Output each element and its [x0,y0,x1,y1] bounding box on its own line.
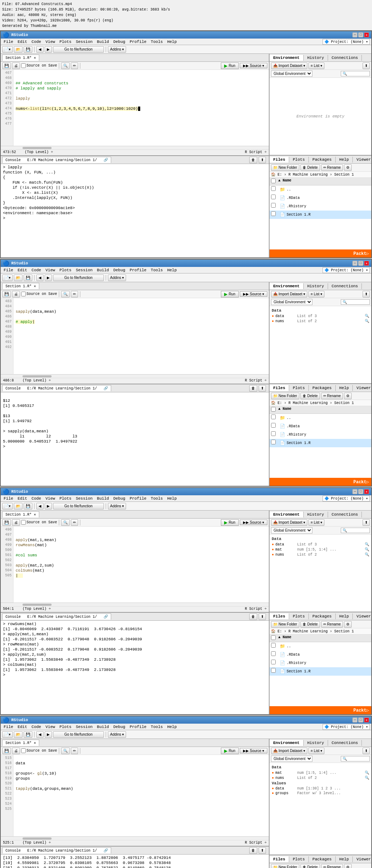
maximize-btn-1[interactable]: □ [358,32,363,37]
rename-btn-4[interactable]: ✏ Rename [321,864,343,868]
menu-debug-2[interactable]: Debug [112,268,127,272]
print-btn-1[interactable]: 🖨 [12,63,20,69]
edit-btn-3[interactable]: ✏ [71,519,78,526]
delete-btn-2[interactable]: 🗑 Delete [300,393,320,399]
close-btn-3[interactable]: ✕ [364,489,369,494]
tab-environment-4[interactable]: Environment [270,740,304,746]
menu-help-2[interactable]: Help [166,268,178,272]
console-expand-btn-4[interactable]: ⬆ [259,847,266,854]
file-row-section1r-1[interactable]: 📄 Section 1.R [270,211,371,219]
menu-edit-3[interactable]: Edit [16,496,28,501]
rename-btn-1[interactable]: ✏ Rename [321,164,343,171]
tab-help-2[interactable]: Help [336,385,353,391]
menu-profile-3[interactable]: Profile [128,496,148,501]
editor-tab-2[interactable]: Section 1.R* ✕ [2,283,39,289]
close-btn-4[interactable]: ✕ [364,717,369,723]
new-file-btn-2[interactable]: 📄▾ [2,275,13,281]
edit-btn-2[interactable]: ✏ [71,291,78,297]
menu-debug-4[interactable]: Debug [112,725,127,729]
print-btn-3[interactable]: 🖨 [12,519,20,526]
tab-packages-2[interactable]: Packages [309,385,336,391]
menu-help-3[interactable]: Help [166,496,178,501]
delete-btn-1[interactable]: 🗑 Delete [300,164,320,171]
file-row-rdata-2[interactable]: 📄.RData [270,422,371,431]
tab-viewer-2[interactable]: Viewer [353,385,372,391]
addins-btn-3[interactable]: Addins ▾ [108,503,126,509]
global-env-select-3[interactable]: Global Environment [271,527,312,533]
menu-edit-2[interactable]: Edit [16,268,28,272]
menu-session-4[interactable]: Session [74,725,94,729]
source-btn-4[interactable]: ▶▶ Source ▾ [240,748,267,753]
tab-history-1[interactable]: History [304,55,328,61]
global-env-select-1[interactable]: Global Environment [271,71,312,77]
files-gear-btn-1[interactable]: ⚙ [344,164,352,171]
menu-profile-1[interactable]: Profile [128,40,148,44]
tab-connections-2[interactable]: Connections [328,283,362,289]
env-search-3[interactable] [341,528,370,533]
delete-btn-4[interactable]: 🗑 Delete [300,864,320,868]
menu-tools-2[interactable]: Tools [149,268,164,272]
file-row-rhistory-3[interactable]: 📄.Rhistory [270,659,371,667]
console-tab-1[interactable]: Console E:/R Machine Learning/Section 1/… [2,157,111,163]
menu-plots-3[interactable]: Plots [58,496,73,501]
tab-packages-1[interactable]: Packages [309,157,336,163]
source-on-save-4[interactable]: Source on Save [21,748,57,753]
back-btn-2[interactable]: ◀ [36,275,44,281]
save-file-btn-1[interactable]: 💾 [2,63,11,69]
tab-help-4[interactable]: Help [336,856,353,862]
save-btn-3[interactable]: 💾 [24,503,32,509]
print-btn-4[interactable]: 🖨 [12,748,20,754]
tab-files-1[interactable]: Files [270,157,289,163]
console-tab-2[interactable]: Console E:/R Machine Learning/Section 1/… [2,385,111,391]
menu-file-3[interactable]: File [2,496,15,501]
tab-files-4[interactable]: Files [270,856,289,862]
menu-view-4[interactable]: View [44,725,56,729]
source-on-save-1[interactable]: Source on Save [21,63,57,68]
files-gear-btn-3[interactable]: ⚙ [344,621,352,628]
save-btn-4[interactable]: 💾 [24,731,32,738]
run-btn-3[interactable]: ▶ Run [221,519,238,526]
go-to-file-btn-4[interactable]: Go to file/function [53,731,104,738]
tab-files-3[interactable]: Files [270,613,289,619]
new-folder-btn-2[interactable]: 📁 New Folder [271,393,299,399]
tab-connections-1[interactable]: Connections [328,55,362,61]
menu-file-2[interactable]: File [2,268,15,272]
global-env-select-2[interactable]: Global Environment [271,299,312,305]
tab-plots-2[interactable]: Plots [289,385,309,391]
new-file-btn-1[interactable]: 📄▾ [2,46,13,53]
menu-plots-1[interactable]: Plots [58,40,73,44]
addins-btn-4[interactable]: Addins ▾ [108,731,126,738]
maximize-btn-2[interactable]: □ [358,261,363,266]
run-btn-2[interactable]: ▶ Run [221,291,238,297]
close-btn-2[interactable]: ✕ [364,261,369,266]
menu-help-1[interactable]: Help [166,40,178,44]
run-btn-1[interactable]: ▶ Run [221,63,238,69]
menu-build-1[interactable]: Build [96,40,110,44]
menu-code-2[interactable]: Code [30,268,43,272]
source-on-save-2[interactable]: Source on Save [21,292,57,296]
import-dataset-btn-4[interactable]: 📥 Import Dataset ▾ [271,748,307,754]
go-to-file-btn-1[interactable]: Go to file/function [53,46,104,53]
global-env-select-4[interactable]: Global Environment [271,756,312,762]
menu-session-1[interactable]: Session [74,40,94,44]
minimize-btn-4[interactable]: ─ [352,717,357,723]
minimize-btn-2[interactable]: ─ [352,261,357,266]
env-expand-btn-2[interactable]: ⬆ [363,291,370,297]
menu-plots-4[interactable]: Plots [58,725,73,729]
minimize-btn-3[interactable]: ─ [352,489,357,494]
tab-help-1[interactable]: Help [336,157,353,163]
console-tab-4[interactable]: Console E:/R Machine Learning/Section 1/… [2,847,111,853]
tab-history-2[interactable]: History [304,283,328,289]
save-btn-1[interactable]: 💾 [24,46,32,53]
file-row-section1r-3[interactable]: 📄Section 1.R [270,667,371,676]
tab-connections-4[interactable]: Connections [328,740,362,746]
console-clear-btn-4[interactable]: 🗑 [249,847,257,854]
delete-btn-3[interactable]: 🗑 Delete [300,621,320,628]
source-on-save-3[interactable]: Source on Save [21,520,57,525]
rename-btn-2[interactable]: ✏ Rename [321,393,343,399]
menu-edit-1[interactable]: Edit [16,40,28,44]
env-search-4[interactable] [341,756,370,761]
save-file-btn-2[interactable]: 💾 [2,291,11,297]
file-row-dotdot-1[interactable]: 📁 .. [270,185,371,194]
save-file-btn-3[interactable]: 💾 [2,519,11,526]
